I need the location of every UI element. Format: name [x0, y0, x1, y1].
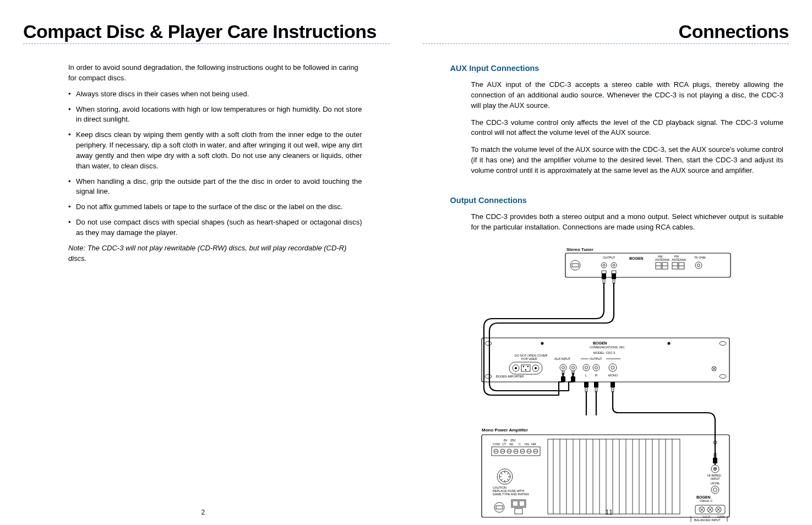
rca-cable-icon — [602, 274, 616, 283]
diagram-cdc-brand: BOGEN — [593, 341, 607, 345]
svg-rect-19 — [602, 274, 606, 279]
diagram-cdc-out-r: R — [595, 374, 597, 377]
svg-rect-59 — [585, 387, 587, 392]
page-number: 11 — [606, 508, 613, 516]
svg-point-136 — [715, 442, 716, 443]
svg-point-44 — [562, 367, 565, 369]
svg-rect-94 — [519, 501, 525, 506]
diagram-amp-ng: NG — [525, 442, 529, 446]
diagram-cdc-warn2: FOR USER — [521, 357, 537, 360]
svg-rect-119 — [713, 458, 717, 463]
diagram-amp-caution3: SAME TYPE AND RATING — [493, 493, 529, 496]
svg-point-36 — [515, 367, 517, 369]
output-heading: Output Connections — [450, 195, 784, 206]
svg-line-87 — [507, 479, 509, 480]
rca-plug-icon — [713, 453, 717, 463]
diagram-amp-25v: 25V — [510, 439, 516, 442]
svg-rect-63 — [612, 387, 614, 392]
diagram-cdc-aux: AUX INPUT — [554, 357, 571, 360]
care-intro: In order to avoid sound degradation, the… — [68, 63, 362, 84]
care-bullet: Do not use compact discs with special sh… — [68, 217, 362, 238]
diagram-amp-ct: CT — [502, 442, 506, 446]
diagram-amp-label: Mono Power Amplifier — [482, 428, 528, 433]
diagram-amp-model: Classic C — [700, 499, 712, 502]
svg-rect-58 — [584, 382, 588, 387]
svg-rect-91 — [496, 506, 503, 509]
svg-line-88 — [501, 479, 503, 480]
svg-point-31 — [720, 375, 726, 379]
svg-point-121 — [711, 486, 719, 494]
svg-rect-61 — [595, 387, 597, 392]
svg-rect-60 — [594, 382, 598, 387]
page-title-right: Connections — [423, 21, 789, 44]
care-note: Note: The CDC-3 will not play rewritable… — [68, 243, 362, 264]
svg-point-28 — [485, 342, 492, 346]
svg-rect-21 — [612, 274, 616, 279]
svg-rect-22 — [613, 279, 615, 283]
rca-plug-icon — [584, 382, 615, 392]
svg-point-29 — [485, 375, 492, 379]
diagram-amp-level: LEVEL — [711, 482, 720, 485]
diagram-tuner-output-label: OUTPUT — [603, 256, 615, 259]
diagram-amp-nm: NM — [531, 442, 536, 446]
care-bullet: When storing, avoid locations with high … — [68, 105, 362, 125]
connection-diagram: Stereo Tuner OUTPUT BOGEN AM FM ANTENNA … — [476, 244, 735, 525]
aux-paragraph: To match the volume level of the AUX sou… — [471, 145, 784, 176]
svg-point-33 — [668, 342, 671, 345]
svg-rect-7 — [602, 271, 606, 274]
svg-point-118 — [715, 468, 716, 470]
diagram-cdc-brand2: COMMUNICATIONS, INC. — [590, 346, 625, 349]
diagram-amp-com: COM — [493, 442, 500, 446]
svg-point-4 — [603, 264, 605, 266]
svg-point-42 — [535, 367, 537, 369]
svg-rect-8 — [612, 271, 616, 274]
svg-point-18 — [697, 264, 700, 267]
svg-point-46 — [572, 367, 575, 369]
svg-point-50 — [585, 367, 588, 369]
diagram-cdc-l: L — [562, 374, 564, 377]
svg-rect-20 — [603, 279, 605, 283]
svg-point-52 — [595, 367, 598, 369]
svg-rect-120 — [714, 453, 716, 458]
page-title-left: Compact Disc & Player Care Instructions — [23, 21, 390, 44]
aux-heading: AUX Input Connections — [450, 63, 784, 74]
care-body: In order to avoid sound degradation, the… — [68, 63, 362, 264]
diagram-fm-ant: ANTENNA — [672, 258, 686, 261]
diagram-tuner-label: Stereo Tuner — [566, 247, 593, 252]
svg-point-6 — [613, 264, 615, 266]
diagram-am-ant: ANTENNA — [655, 258, 670, 261]
svg-rect-25 — [571, 376, 575, 382]
svg-point-38 — [523, 366, 524, 367]
diagram-cdc-r: R — [572, 374, 574, 377]
svg-rect-96 — [548, 439, 680, 514]
diagram-amp-balanced: BALANCED INPUT — [694, 518, 721, 522]
diagram-amp-input2: INPUT — [711, 477, 720, 480]
svg-point-40 — [525, 369, 526, 370]
diagram-tuner-brand: BOGEN — [629, 256, 644, 260]
svg-rect-23 — [561, 376, 565, 382]
diagram-cdc-mono: MONO — [608, 374, 618, 377]
care-bullet: When handling a disc, grip the outside p… — [68, 177, 362, 198]
diagram-cdc-out-l: L — [585, 374, 587, 377]
diagram-cdc-output: OUTPUT — [590, 357, 602, 360]
output-paragraph: The CDC-3 provides both a stereo output … — [471, 212, 784, 233]
diagram-amp-8v: 8V — [504, 439, 508, 442]
aux-paragraph: The CDC-3 volume control only affects th… — [471, 118, 784, 139]
svg-line-89 — [507, 473, 509, 474]
svg-rect-95 — [515, 508, 522, 514]
svg-point-32 — [541, 342, 544, 345]
diagram-amp-gain: GAIN — [717, 515, 724, 518]
care-bullet: Keep discs clean by wiping them gently w… — [68, 130, 362, 171]
page-number: 2 — [201, 508, 205, 516]
svg-rect-34 — [509, 362, 542, 374]
svg-line-86 — [501, 473, 503, 474]
heatsink-icon — [553, 439, 672, 514]
diagram-amp-4: 4Ω — [509, 442, 513, 446]
svg-rect-93 — [513, 501, 518, 506]
diagram-amp-brand: BOGEN — [696, 495, 711, 499]
svg-rect-64 — [482, 435, 729, 517]
screw-terminal-icon — [494, 449, 538, 453]
svg-point-30 — [720, 342, 726, 346]
svg-rect-62 — [611, 382, 615, 387]
antenna-terminal-icon — [656, 262, 684, 269]
